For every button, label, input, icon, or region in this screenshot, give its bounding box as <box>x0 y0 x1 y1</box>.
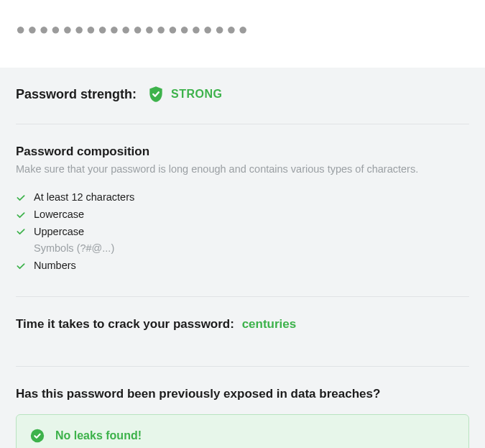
crack-value: centuries <box>242 317 297 331</box>
check-circle-icon <box>29 428 45 444</box>
strength-row: Password strength: STRONG <box>16 85 469 104</box>
check-icon <box>16 261 26 271</box>
composition-subtext: Make sure that your password is long eno… <box>16 163 469 175</box>
criteria-item: Uppercase <box>16 224 469 241</box>
criteria-label: Lowercase <box>34 207 84 223</box>
breach-title: Has this password been previously expose… <box>16 387 469 401</box>
divider <box>16 366 469 367</box>
shield-check-icon <box>147 85 165 104</box>
strength-badge: STRONG <box>147 85 222 104</box>
criteria-item: At least 12 characters <box>16 189 469 206</box>
criteria-label: Numbers <box>34 258 76 274</box>
divider <box>16 296 469 297</box>
criteria-item: Numbers <box>16 257 469 275</box>
criteria-item: Lowercase <box>16 206 469 224</box>
criteria-list: At least 12 charactersLowercaseUppercase… <box>16 189 469 275</box>
composition-title: Password composition <box>16 145 469 159</box>
strength-value: STRONG <box>171 88 222 101</box>
crack-label: Time it takes to crack your password: <box>16 317 234 331</box>
criteria-label: Symbols (?#@...) <box>34 241 114 257</box>
criteria-item: Symbols (?#@...) <box>16 240 469 257</box>
check-icon <box>16 227 26 237</box>
check-icon <box>16 193 26 203</box>
breach-result-text: No leaks found! <box>55 429 142 442</box>
criteria-label: At least 12 characters <box>34 190 134 206</box>
breach-result-box: No leaks found! <box>16 414 469 448</box>
check-icon <box>16 244 26 254</box>
check-icon <box>16 210 26 220</box>
svg-point-0 <box>31 429 44 442</box>
divider <box>16 124 469 124</box>
password-input-section <box>0 0 485 68</box>
crack-row: Time it takes to crack your password: ce… <box>16 317 469 332</box>
password-input[interactable] <box>16 20 469 39</box>
criteria-label: Uppercase <box>34 224 84 240</box>
strength-label: Password strength: <box>16 87 137 102</box>
evaluation-section: Password strength: STRONG Password compo… <box>0 68 485 448</box>
